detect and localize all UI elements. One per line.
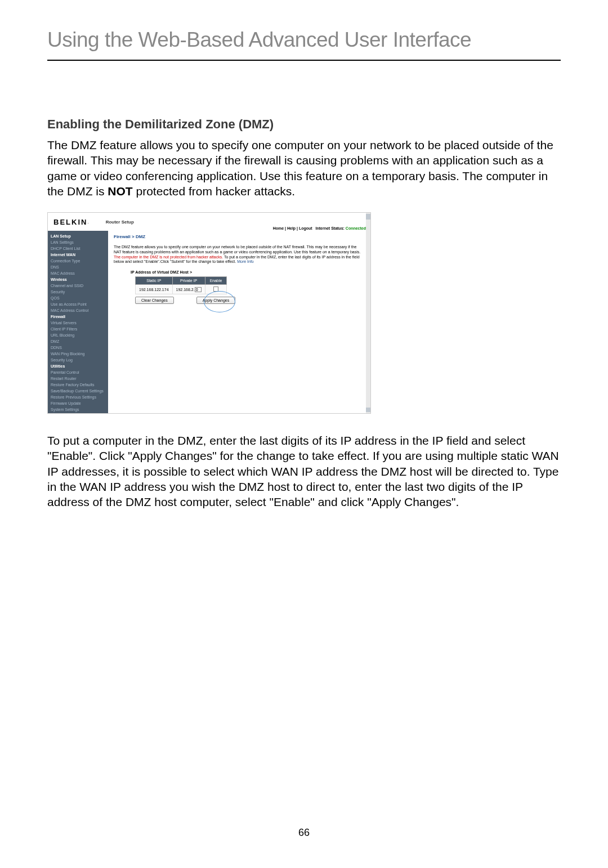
sidebar-item[interactable]: MAC Address Control <box>51 307 108 314</box>
sidebar-item[interactable]: LAN Settings <box>51 239 108 245</box>
sidebar-section-firewall[interactable]: Firewall <box>51 314 108 320</box>
sidebar-section-wireless[interactable]: Wireless <box>51 276 108 283</box>
status-value: Connected <box>346 226 366 230</box>
static-ip-value: 192.168.122.174 <box>136 285 173 294</box>
sidebar-item[interactable]: Firmware Update <box>51 400 108 406</box>
scrollbar-thumb[interactable] <box>366 214 370 220</box>
sidebar-item[interactable]: Security Log <box>51 357 108 363</box>
breadcrumb: Firewall > DMZ <box>114 234 365 239</box>
sidebar-section-utilities[interactable]: Utilities <box>51 363 108 369</box>
apply-changes-button[interactable]: Apply Changes <box>196 297 235 304</box>
sidebar-item[interactable]: Use as Access Point <box>51 301 108 307</box>
sidebar-item[interactable]: System Settings <box>51 406 108 413</box>
desc-warning: The computer in the DMZ is not protected… <box>114 255 223 259</box>
sidebar-item[interactable]: DDNS <box>51 344 108 351</box>
sidebar-item[interactable]: URL Blocking <box>51 332 108 338</box>
sidebar-item[interactable]: Restart Router <box>51 375 108 382</box>
sidebar-item[interactable]: Virtual Servers <box>51 320 108 326</box>
header-links: Home | Help | Logout Internet Status: Co… <box>273 226 366 230</box>
dmz-table: Static IP Private IP Enable 192.168.122.… <box>135 276 227 294</box>
sidebar-item-dmz[interactable]: DMZ <box>51 338 108 344</box>
section-heading: Enabling the Demilitarized Zone (DMZ) <box>47 117 561 132</box>
private-ip-input[interactable] <box>195 287 202 292</box>
status-label: Internet Status: <box>316 226 345 230</box>
dmz-description: The DMZ feature allows you to specify on… <box>114 245 365 265</box>
sidebar-item[interactable]: Restore Factory Defaults <box>51 382 108 388</box>
scrollbar[interactable] <box>366 213 370 413</box>
sidebar: LAN Setup LAN Settings DHCP Client List … <box>48 231 108 413</box>
sidebar-item[interactable]: Security <box>51 289 108 295</box>
sidebar-item[interactable]: MAC Address <box>51 270 108 276</box>
clear-changes-button[interactable]: Clear Changes <box>135 297 174 304</box>
private-ip-cell: 192.168.2. <box>172 285 205 294</box>
router-admin-screenshot: BELKIN. Router Setup Home | Help | Logou… <box>47 212 371 414</box>
table-row: 192.168.122.174 192.168.2. <box>136 285 227 294</box>
enable-cell <box>205 285 227 294</box>
brand-suffix: . <box>87 220 88 225</box>
main-panel: Firewall > DMZ The DMZ feature allows yo… <box>108 231 370 413</box>
nav-links[interactable]: Home | Help | Logout <box>273 226 312 230</box>
sidebar-item[interactable]: Parental Control <box>51 369 108 375</box>
sidebar-section-wan[interactable]: Internet WAN <box>51 252 108 258</box>
table-title: IP Address of Virtual DMZ Host > <box>131 270 365 274</box>
more-info-link[interactable]: More Info <box>237 259 254 263</box>
sidebar-item[interactable]: WAN Ping Blocking <box>51 351 108 357</box>
intro-text-2: protected from hacker attacks. <box>133 185 295 198</box>
button-row: Clear Changes Apply Changes <box>135 297 365 304</box>
router-setup-label: Router Setup <box>106 220 134 225</box>
sidebar-item[interactable]: Restore Previous Settings <box>51 394 108 400</box>
enable-checkbox[interactable] <box>213 287 218 292</box>
sidebar-item[interactable]: Save/Backup Current Settings <box>51 388 108 394</box>
brand-logo: BELKIN <box>53 218 87 226</box>
sidebar-item[interactable]: DHCP Client List <box>51 245 108 252</box>
sidebar-item[interactable]: QOS <box>51 295 108 301</box>
sidebar-section-lan[interactable]: LAN Setup <box>51 233 108 239</box>
sidebar-item[interactable]: Client IP Filters <box>51 326 108 332</box>
intro-paragraph: The DMZ feature allows you to specify on… <box>47 137 561 199</box>
page-number: 66 <box>0 827 608 839</box>
outro-paragraph: To put a computer in the DMZ, enter the … <box>47 433 561 509</box>
col-enable: Enable <box>205 277 227 285</box>
intro-bold: NOT <box>108 185 132 198</box>
private-ip-prefix: 192.168.2. <box>176 288 195 292</box>
col-private-ip: Private IP <box>172 277 205 285</box>
sidebar-item[interactable]: DNS <box>51 264 108 270</box>
sidebar-item[interactable]: Connection Type <box>51 258 108 264</box>
desc-part1: The DMZ feature allows you to specify on… <box>114 245 360 254</box>
scrollbar-arrow[interactable] <box>366 408 370 412</box>
page-title: Using the Web-Based Advanced User Interf… <box>47 28 561 61</box>
col-static-ip: Static IP <box>136 277 173 285</box>
sidebar-item[interactable]: Channel and SSID <box>51 283 108 289</box>
